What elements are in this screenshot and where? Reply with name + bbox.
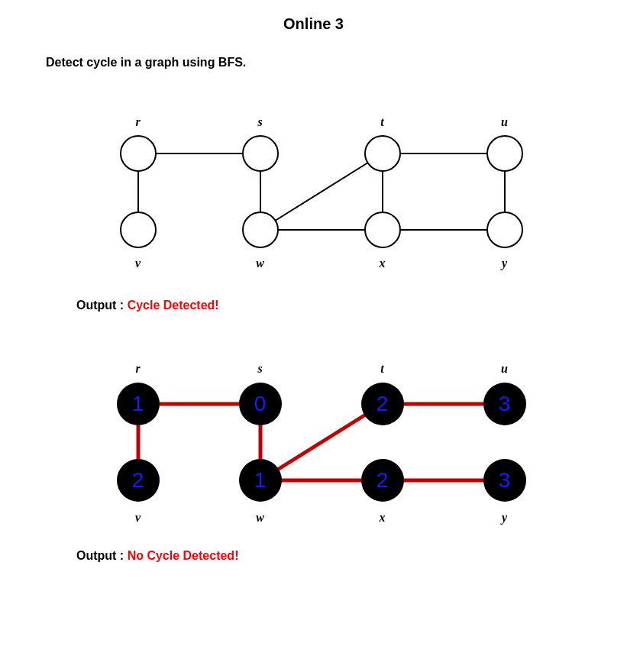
graph-1-edges [85, 100, 543, 283]
node-label-s: s [257, 362, 262, 376]
node-u: 3 [483, 383, 526, 425]
node-label-w: w [256, 511, 264, 525]
graph-2-edges [85, 351, 543, 534]
problem-statement: Detect cycle in a graph using BFS. [46, 56, 581, 69]
node-u [486, 135, 523, 172]
output-value-1: Cycle Detected! [128, 299, 219, 312]
output-label: Output : [76, 549, 128, 562]
node-s [242, 135, 279, 172]
node-label-x: x [380, 257, 386, 270]
graph-1: r s t u v w x y [85, 100, 543, 283]
node-x [364, 212, 401, 248]
node-v [120, 212, 157, 248]
node-label-u: u [501, 115, 508, 129]
graph-2: r s t u 1 0 2 3 2 1 2 3 v w x y [85, 351, 543, 534]
output-line-1: Output : Cycle Detected! [76, 299, 581, 312]
node-label-u: u [501, 362, 508, 376]
node-label-w: w [256, 257, 264, 270]
output-value-2: No Cycle Detected! [128, 549, 239, 562]
node-label-v: v [135, 511, 141, 525]
edge [260, 153, 383, 230]
node-label-s: s [257, 115, 262, 129]
node-w: 1 [239, 459, 282, 502]
output-label: Output : [76, 299, 128, 312]
node-t: 2 [361, 383, 404, 425]
node-y: 3 [483, 459, 526, 502]
node-r [120, 135, 157, 172]
node-label-v: v [135, 257, 141, 270]
node-label-r: r [135, 115, 140, 129]
page-title: Online 3 [46, 15, 581, 33]
node-label-x: x [380, 511, 386, 525]
node-r: 1 [117, 383, 160, 425]
node-w [242, 212, 279, 248]
node-s: 0 [239, 383, 282, 425]
node-label-y: y [502, 257, 507, 270]
node-t [364, 135, 401, 172]
node-y [486, 212, 523, 248]
node-label-r: r [135, 362, 140, 376]
node-label-y: y [502, 511, 507, 525]
node-v: 2 [117, 459, 160, 502]
node-label-t: t [380, 115, 383, 129]
node-x: 2 [361, 459, 404, 502]
output-line-2: Output : No Cycle Detected! [76, 549, 581, 563]
node-label-t: t [380, 362, 383, 376]
